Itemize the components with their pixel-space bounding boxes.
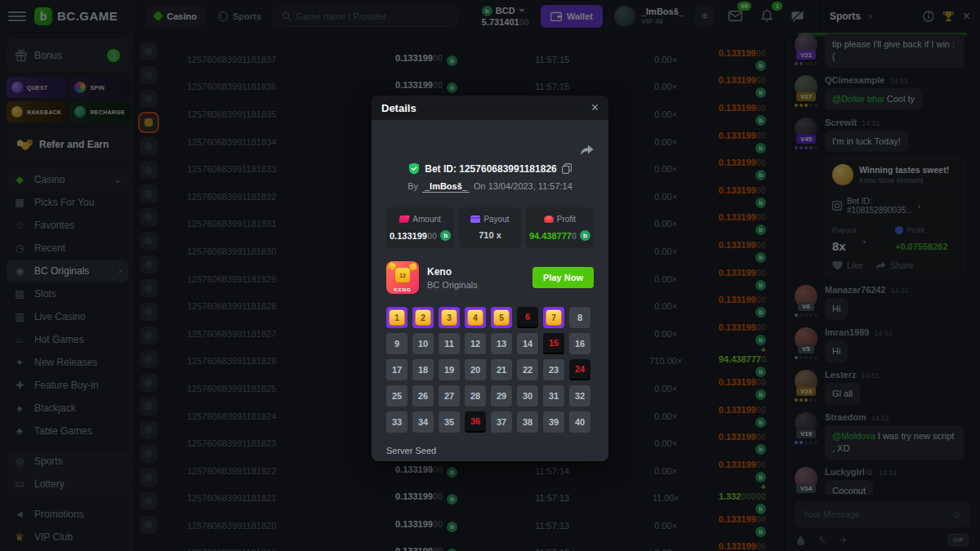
keno-cell-6: 6: [517, 307, 538, 328]
keno-cell-10: 10: [412, 333, 434, 354]
keno-cell-40: 40: [569, 411, 590, 433]
keno-cell-5: 5: [491, 307, 512, 328]
payout-value: 710 x: [479, 230, 501, 240]
game-provider: BC Originals: [427, 280, 478, 290]
verified-shield-icon: [408, 162, 420, 175]
keno-cell-29: 29: [491, 385, 512, 407]
modal-title: Details: [381, 102, 416, 114]
keno-cell-13: 13: [491, 333, 512, 354]
payout-icon: [470, 216, 480, 223]
keno-cell-20: 20: [465, 359, 486, 380]
amount-value: 0.13319900: [390, 231, 437, 241]
keno-cell-32: 32: [569, 385, 590, 407]
keno-cell-12: 12: [465, 333, 486, 354]
share-icon[interactable]: [580, 144, 594, 156]
game-row: 12 KENO Keno BC Originals Play Now: [386, 261, 594, 294]
keno-cell-31: 31: [543, 385, 564, 407]
bet-datetime: On 13/04/2023, 11:57:14: [474, 181, 572, 191]
coin-icon: b: [440, 230, 451, 241]
modal-body: Bet ID: 125760683991181826 By _ImBosš_ O…: [372, 144, 608, 461]
keno-cell-24: 24: [569, 359, 590, 380]
bet-owner-username[interactable]: _ImBosš_: [422, 181, 470, 193]
keno-cell-7: 7: [543, 307, 564, 328]
coin-icon: b: [580, 230, 590, 241]
keno-grid: 1234567891011121314151617181920212223242…: [386, 307, 594, 433]
keno-cell-34: 34: [412, 411, 434, 433]
profit-value: 94.4387770: [529, 231, 577, 241]
keno-cell-25: 25: [386, 385, 408, 407]
play-now-button[interactable]: Play Now: [532, 267, 594, 288]
keno-cell-1: 1: [386, 307, 408, 328]
keno-cell-14: 14: [517, 333, 538, 354]
keno-cell-28: 28: [465, 385, 486, 407]
amount-stat: Amount 0.13319900b: [386, 207, 454, 248]
keno-cell-3: 3: [439, 307, 460, 328]
copy-icon[interactable]: [562, 163, 572, 174]
keno-cell-9: 9: [386, 333, 408, 354]
keno-cell-18: 18: [412, 359, 434, 380]
keno-cell-21: 21: [491, 359, 512, 380]
server-seed-label: Server Seed: [386, 446, 594, 455]
keno-cell-35: 35: [439, 411, 460, 433]
keno-cell-15: 15: [543, 333, 564, 354]
keno-cell-38: 38: [517, 411, 538, 433]
keno-cell-16: 16: [569, 333, 590, 354]
keno-cell-27: 27: [439, 385, 460, 407]
modal-header: Details ×: [372, 96, 608, 120]
payout-stat: Payout 710 x: [459, 207, 521, 248]
bet-id-text: Bet ID: 125760683991181826: [425, 163, 556, 175]
keno-cell-8: 8: [569, 307, 590, 328]
bet-stats: Amount 0.13319900b Payout 710 x Profit 9…: [386, 207, 594, 248]
profit-icon: [544, 216, 554, 223]
keno-cell-11: 11: [439, 333, 460, 354]
keno-cell-39: 39: [543, 411, 564, 433]
keno-cell-30: 30: [517, 385, 538, 407]
profit-stat: Profit 94.4387770b: [526, 207, 594, 248]
keno-cell-22: 22: [517, 359, 538, 380]
keno-cell-2: 2: [412, 307, 434, 328]
amount-icon: [399, 216, 410, 223]
keno-cell-19: 19: [439, 359, 460, 380]
keno-cell-4: 4: [465, 307, 486, 328]
keno-cell-33: 33: [386, 411, 408, 433]
keno-cell-23: 23: [543, 359, 564, 380]
bet-details-modal: Details × Bet ID: 125760683991181826 By …: [372, 96, 608, 461]
keno-cell-37: 37: [491, 411, 512, 433]
keno-cell-17: 17: [386, 359, 408, 380]
keno-cell-26: 26: [412, 385, 434, 407]
keno-cell-36: 36: [465, 411, 486, 433]
modal-close-icon[interactable]: ×: [591, 100, 599, 115]
keno-game-thumbnail[interactable]: 12 KENO: [386, 261, 419, 294]
game-name: Keno: [427, 266, 478, 278]
